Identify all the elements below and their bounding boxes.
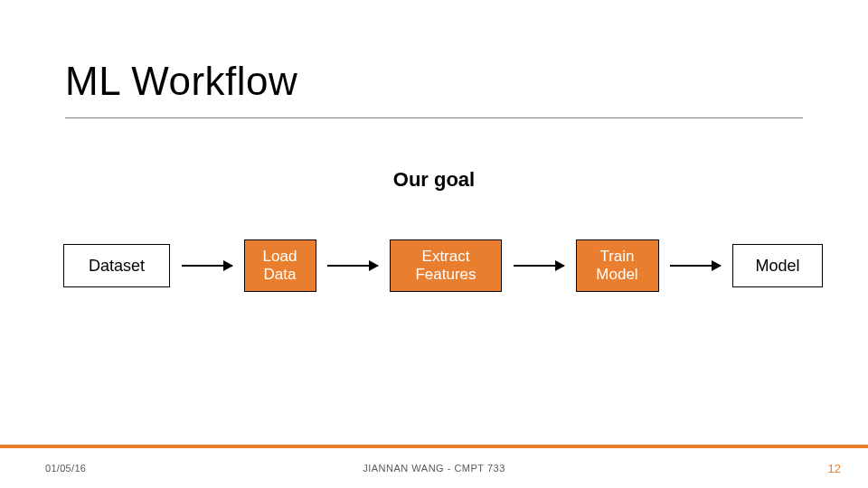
arrow-icon: [670, 265, 721, 267]
train-model-box: TrainModel: [576, 239, 659, 292]
arrow-icon: [182, 265, 232, 267]
title-underline: [65, 117, 803, 118]
footer-author: JIANNAN WANG - CMPT 733: [0, 463, 868, 474]
model-box: Model: [732, 244, 823, 287]
arrow-icon: [327, 265, 378, 267]
footer-rule: [0, 445, 868, 448]
slide-title: ML Workflow: [65, 59, 297, 104]
page-number: 12: [828, 462, 841, 475]
workflow-row: Dataset LoadData ExtractFeatures TrainMo…: [63, 239, 823, 292]
arrow-icon: [514, 265, 564, 267]
slide: ML Workflow Our goal Dataset LoadData Ex…: [0, 0, 868, 488]
load-data-box: LoadData: [244, 239, 316, 292]
extract-features-box: ExtractFeatures: [390, 239, 502, 292]
dataset-box: Dataset: [63, 244, 170, 287]
subtitle: Our goal: [0, 168, 868, 192]
